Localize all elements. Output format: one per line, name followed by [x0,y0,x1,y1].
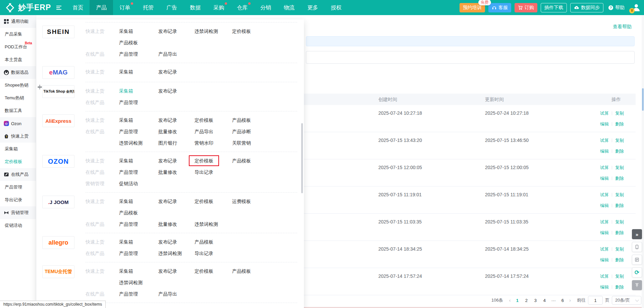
page-number-3[interactable]: 3 [532,298,539,303]
menu-item-采集箱[interactable]: 采集箱 [119,265,133,277]
menu-item-产品导出[interactable]: 产品导出 [195,126,213,137]
nav-item-数据[interactable]: 数据 [183,0,207,15]
goto-page-input[interactable] [588,296,603,305]
action-link-删除[interactable]: 删除 [615,285,624,290]
nav-item-授权[interactable]: 授权 [324,0,348,15]
page-size-select[interactable]: 20条/页 [612,296,641,305]
sidebar-item-Temu热销[interactable]: Temu热销 [0,92,36,104]
menu-item-采集箱[interactable]: 采集箱 [119,25,133,37]
action-link-删除[interactable]: 删除 [615,203,624,208]
sidebar-item-促销活动[interactable]: 促销活动 [0,219,36,232]
sidebar-item-产品采集[interactable]: 产品采集 [0,28,36,41]
action-link-复制[interactable]: 复制 [615,165,624,170]
menu-item-发布记录[interactable]: 发布记录 [158,114,177,126]
action-link-编辑[interactable]: 编辑 [600,285,609,290]
action-link-编辑[interactable]: 编辑 [600,149,609,154]
menu-item-采集箱[interactable]: 采集箱 [119,306,133,308]
menu-item-产品模板[interactable]: 产品模板 [232,265,251,277]
sidebar-item-数据选品[interactable]: 数据选品 [0,66,36,79]
menu-item-违禁词检测[interactable]: 违禁词检测 [119,137,143,149]
customer-service-button[interactable]: 客服 [488,3,511,12]
menu-item-批量修改[interactable]: 批量修改 [158,166,177,178]
action-link-编辑[interactable]: 编辑 [600,121,609,126]
menu-item-产品模板[interactable]: 产品模板 [119,37,138,48]
nav-item-分销[interactable]: 分销 [254,0,277,15]
menu-item-图片银行[interactable]: 图片银行 [158,137,177,149]
menu-item-违禁词检测[interactable]: 违禁词检测 [195,25,218,37]
menu-item-定价模板[interactable]: 定价模板 [195,155,219,166]
menu-item-产品模板[interactable]: 产品模板 [232,114,251,126]
action-link-试算[interactable]: 试算 [600,274,609,279]
scrollbar-thumb[interactable] [642,88,644,111]
nav-item-采购[interactable]: 采购 [207,0,230,15]
sidebar-item-通用功能[interactable]: 通用功能 [0,15,36,28]
action-link-复制[interactable]: 复制 [615,138,624,143]
page-scrollbar[interactable] [642,15,644,308]
action-link-删除[interactable]: 删除 [615,230,624,235]
data-sync-button[interactable]: 数据同步 [570,3,603,12]
menu-item-产品模板[interactable]: 产品模板 [195,236,213,248]
page-number-1[interactable]: 1 [514,298,521,303]
menu-item-发布记录[interactable]: 发布记录 [158,25,177,37]
nav-item-仓库[interactable]: 仓库 [230,0,254,15]
menu-item-营销水印[interactable]: 营销水印 [195,137,213,149]
menu-item-运费模板[interactable]: 运费模板 [232,196,251,207]
menu-item-发布记录[interactable]: 发布记录 [158,155,177,166]
menu-item-批量修改[interactable]: 批量修改 [158,218,177,230]
prev-page-icon[interactable]: ‹ [508,298,512,303]
menu-item-采集箱[interactable]: 采集箱 [119,66,133,78]
mobile-app-button[interactable] [632,242,642,252]
action-link-复制[interactable]: 复制 [615,219,624,224]
action-link-复制[interactable]: 复制 [615,192,624,197]
sidebar-item-定价模板[interactable]: 定价模板 [0,155,36,168]
menu-item-产品管理[interactable]: 产品管理 [119,97,138,108]
menu-item-发布记录[interactable]: 发布记录 [158,85,177,97]
action-link-试算[interactable]: 试算 [600,247,609,252]
menu-item-产品模板[interactable]: 产品模板 [232,155,251,166]
menu-item-产品导出[interactable]: 产品导出 [158,48,177,60]
action-link-删除[interactable]: 删除 [615,257,624,262]
menu-item-导出记录[interactable]: 导出记录 [195,166,213,178]
action-link-编辑[interactable]: 编辑 [600,230,609,235]
menu-item-采集箱[interactable]: 采集箱 [119,155,133,166]
menu-item-产品管理[interactable]: 产品管理 [119,126,138,137]
action-link-编辑[interactable]: 编辑 [600,176,609,181]
menu-item-采集箱[interactable]: 采集箱 [119,114,133,126]
menu-item-定价模板[interactable]: 定价模板 [195,265,213,277]
sidebar-item-数据工具[interactable]: 数据工具 [0,104,36,117]
action-link-试算[interactable]: 试算 [600,165,609,170]
menu-item-定价模板[interactable]: 定价模板 [195,114,213,126]
action-link-复制[interactable]: 复制 [615,111,624,116]
action-link-试算[interactable]: 试算 [600,138,609,143]
action-link-复制[interactable]: 复制 [615,247,624,252]
back-to-top-button[interactable] [632,280,642,290]
action-link-试算[interactable]: 试算 [600,219,609,224]
menu-item-发布记录[interactable]: 发布记录 [158,306,177,308]
menu-item-关联营销[interactable]: 关联营销 [232,137,251,149]
menu-item-发布记录[interactable]: 发布记录 [158,236,177,248]
nav-item-广告[interactable]: 广告 [160,0,183,15]
menu-item-定价模板[interactable]: 定价模板 [232,25,251,37]
nav-item-订单[interactable]: 订单 [113,0,137,15]
nav-item-物流[interactable]: 物流 [277,0,301,15]
menu-item-发布记录[interactable]: 发布记录 [158,196,177,207]
menu-item-批量修改[interactable]: 批量修改 [158,126,177,137]
action-link-编辑[interactable]: 编辑 [600,257,609,262]
sidebar-item-营销管理[interactable]: 营销管理 [0,206,36,219]
training-button[interactable]: 预约培训 免费 [460,3,485,12]
page-ellipsis[interactable]: ··· [550,298,557,303]
nav-item-首页[interactable]: 首页 [66,0,90,15]
page-number-4[interactable]: 4 [541,298,548,303]
menu-item-产品模板[interactable]: 产品模板 [195,306,213,308]
action-link-试算[interactable]: 试算 [600,111,609,116]
view-help-link[interactable]: 查看帮助 [613,24,632,30]
menu-item-采集箱[interactable]: 采集箱 [119,85,133,97]
next-page-icon[interactable]: › [568,298,572,303]
nav-item-更多[interactable]: 更多 [301,0,324,15]
action-link-删除[interactable]: 删除 [615,149,624,154]
menu-item-违禁词检测[interactable]: 违禁词检测 [158,248,182,259]
plugin-download-button[interactable]: 插件下载 [541,3,567,12]
menu-item-产品管理[interactable]: 产品管理 [119,218,138,230]
menu-item-采集箱[interactable]: 采集箱 [119,236,133,248]
refresh-button[interactable]: ⟳ [632,267,642,277]
